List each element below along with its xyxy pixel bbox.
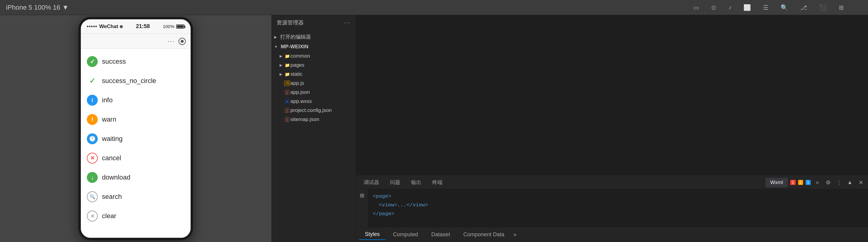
mp-weixin-label-text: MP-WEIXIN	[281, 44, 309, 50]
tab-debugger[interactable]: 调试器	[359, 177, 384, 188]
icon-item-info: i info	[81, 91, 191, 110]
warn-circle-icon: !	[87, 114, 98, 125]
wifi-icon: ⊛	[119, 24, 123, 29]
simulator-area: WeChat ⊛ 21:58 100% ···	[0, 15, 272, 242]
nav-dots-icon[interactable]: ···	[168, 37, 175, 45]
phone-nav-bar: ···	[81, 34, 191, 49]
warn-label: warn	[102, 116, 116, 123]
tab-wxml[interactable]: Wxml	[766, 178, 788, 187]
mp-weixin-section[interactable]: ▼ MP-WEIXIN	[272, 42, 355, 52]
tree-item-pages[interactable]: ▶ 📁 pages	[272, 61, 355, 70]
cancel-label: cancel	[102, 154, 121, 162]
wxml-line-page-close: </page>	[373, 210, 863, 218]
icon-item-download: ↓ download	[81, 168, 191, 187]
settings-icon[interactable]: ⚙	[824, 178, 832, 187]
appjson-label: app.json	[290, 89, 310, 95]
appwxss-label: app.wxss	[290, 98, 312, 104]
list-icon[interactable]: ☰	[763, 4, 769, 11]
nav-record-icon[interactable]	[179, 38, 186, 45]
tab-styles[interactable]: Styles	[359, 229, 386, 240]
wxml-panel: ⊞ <page> <view>...</view> </page>	[356, 189, 868, 227]
common-folder-icon: 📁	[284, 53, 290, 59]
more-options-icon[interactable]: ⋮	[835, 178, 843, 187]
badge-red: 1	[790, 180, 795, 185]
waiting-clock-icon: 🕐	[87, 133, 98, 144]
tab-output[interactable]: 输出	[406, 177, 426, 188]
phone-status-bar: WeChat ⊛ 21:58 100%	[81, 19, 191, 34]
save-icon[interactable]: ⬛	[819, 4, 827, 11]
top-toolbar: iPhone 5 100% 16 ▼ ▭ ⊙ ♪ ⬜ ☰ 🔍 ⎇ ⬛ ⊞	[0, 0, 868, 15]
cancel-x-icon: ✕	[87, 153, 98, 163]
common-label: common	[290, 53, 310, 59]
more-tabs-icon[interactable]: »	[512, 230, 518, 240]
tab-terminal[interactable]: 终端	[427, 177, 447, 188]
tab-dataset[interactable]: Dataset	[425, 230, 456, 240]
badge-yellow: 2	[798, 180, 803, 185]
open-editors-section[interactable]: ▶ 打开的编辑器	[272, 32, 355, 42]
badge-blue: 1	[806, 180, 811, 185]
sitemap-icon: {}	[284, 117, 290, 122]
success-no-circle-label: success_no_circle	[102, 77, 156, 85]
tree-item-projectconfig[interactable]: {} project.config.json	[272, 106, 355, 115]
explorer-tree: ▶ 打开的编辑器 ▼ MP-WEIXIN ▶ 📁 common ▶ 📁 page…	[272, 30, 355, 242]
common-arrow-icon: ▶	[278, 54, 284, 58]
phone-content: ✓ success ✓ success_no_circle i info ! w…	[81, 49, 191, 238]
clear-x-icon: ✕	[87, 211, 98, 221]
tree-item-appjson[interactable]: {} app.json	[272, 88, 355, 97]
wxml-line-page-open: <page>	[373, 192, 863, 201]
appwxss-icon: ≡	[284, 99, 290, 104]
tab-component-data[interactable]: Component Data	[457, 230, 510, 240]
explorer-title: 资源管理器	[277, 19, 304, 26]
appjson-icon: {}	[284, 90, 290, 95]
tab-issues[interactable]: 问题	[385, 177, 405, 188]
audio-icon[interactable]: ♪	[728, 4, 732, 11]
clear-label: clear	[102, 212, 116, 220]
device-label[interactable]: iPhone 5 100% 16 ▼	[6, 4, 69, 11]
search-icon[interactable]: 🔍	[780, 4, 788, 11]
search-circle-icon: 🔍	[87, 191, 98, 202]
tree-item-sitemap[interactable]: {} sitemap.json	[272, 115, 355, 124]
expand-chevron-icon[interactable]: »	[813, 178, 822, 187]
explorer-header: 资源管理器 ···	[272, 15, 355, 30]
open-editors-label: 打开的编辑器	[280, 33, 311, 40]
appjs-icon: JS	[284, 81, 290, 86]
tree-item-appwxss[interactable]: ≡ app.wxss	[272, 97, 355, 106]
inspect-sidebar: ⊞	[356, 189, 368, 227]
record-icon[interactable]: ⊙	[711, 4, 716, 11]
success-circle-icon: ✓	[87, 56, 98, 67]
tree-item-appjs[interactable]: JS app.js	[272, 79, 355, 88]
side-panel-icon[interactable]: ⊞	[839, 4, 844, 11]
tab-computed[interactable]: Computed	[387, 230, 424, 240]
projectconfig-label: project.config.json	[290, 108, 332, 114]
icon-item-cancel: ✕ cancel	[81, 148, 191, 168]
icon-item-waiting: 🕐 waiting	[81, 129, 191, 148]
panel-close-icon[interactable]: ✕	[857, 178, 865, 187]
main-area: WeChat ⊛ 21:58 100% ···	[0, 15, 868, 242]
phone-icon[interactable]: ▭	[693, 4, 699, 11]
inspect-icon[interactable]: ⊞	[360, 192, 364, 199]
info-label: info	[102, 96, 113, 104]
screen-icon[interactable]: ⬜	[743, 4, 751, 11]
battery-percent: 100%	[163, 24, 174, 29]
tree-item-static[interactable]: ▶ 📁 static	[272, 70, 355, 79]
open-editors-arrow: ▶	[274, 35, 279, 39]
panel-up-icon[interactable]: ▲	[846, 178, 854, 187]
download-label: download	[102, 174, 130, 181]
appjs-label: app.js	[290, 80, 304, 86]
tree-item-common[interactable]: ▶ 📁 common	[272, 52, 355, 61]
status-left: WeChat ⊛	[87, 24, 123, 30]
projectconfig-icon: {}	[284, 108, 290, 113]
success-no-circle-icon: ✓	[87, 75, 98, 86]
debugger-tab-bar: Wxml 1 2 1 » ⚙ ⋮ ▲ ✕	[766, 178, 865, 187]
wxml-line-view[interactable]: <view>...</view>	[373, 201, 863, 210]
bottom-tabs-area: Styles Computed Dataset Component Data »	[356, 227, 868, 242]
static-folder-icon: 📁	[284, 71, 290, 77]
search-label: search	[102, 193, 122, 201]
wxml-tree: <page> <view>...</view> </page>	[368, 189, 868, 227]
branch-icon[interactable]: ⎇	[800, 4, 807, 11]
icon-item-success-no-circle: ✓ success_no_circle	[81, 71, 191, 91]
status-right: 100%	[163, 24, 185, 29]
pages-arrow-icon: ▶	[278, 63, 284, 67]
toolbar-icons: ▭ ⊙ ♪ ⬜ ☰ 🔍 ⎇ ⬛ ⊞	[693, 4, 844, 11]
explorer-more-icon[interactable]: ···	[344, 19, 351, 26]
